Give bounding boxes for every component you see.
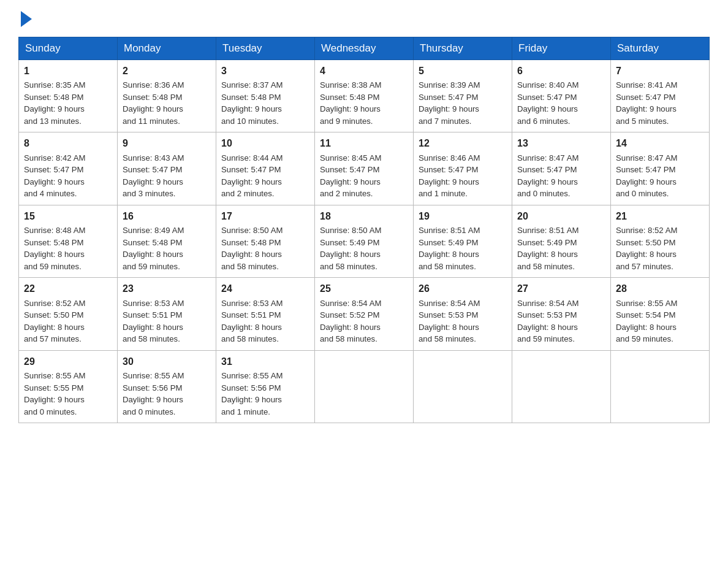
day-info: Sunrise: 8:40 AMSunset: 5:47 PMDaylight:… [517,80,578,126]
day-number: 22 [24,282,112,296]
day-number: 31 [221,354,309,369]
calendar-cell: 17 Sunrise: 8:50 AMSunset: 5:48 PMDaylig… [216,205,315,277]
calendar-cell: 24 Sunrise: 8:53 AMSunset: 5:51 PMDaylig… [216,278,315,350]
day-info: Sunrise: 8:52 AMSunset: 5:50 PMDaylight:… [24,299,85,344]
header [18,12,710,25]
day-info: Sunrise: 8:39 AMSunset: 5:47 PMDaylight:… [419,80,480,126]
day-number: 26 [419,282,507,296]
day-number: 16 [123,209,211,223]
day-number: 3 [221,64,309,78]
calendar-cell: 5 Sunrise: 8:39 AMSunset: 5:47 PMDayligh… [414,60,512,132]
calendar-cell: 8 Sunrise: 8:42 AMSunset: 5:47 PMDayligh… [19,132,118,205]
calendar-cell: 20 Sunrise: 8:51 AMSunset: 5:49 PMDaylig… [512,205,611,277]
day-info: Sunrise: 8:42 AMSunset: 5:47 PMDaylight:… [24,153,85,199]
day-number: 29 [24,354,112,369]
calendar-cell: 28 Sunrise: 8:55 AMSunset: 5:54 PMDaylig… [611,278,710,350]
day-info: Sunrise: 8:47 AMSunset: 5:47 PMDaylight:… [517,153,578,199]
day-info: Sunrise: 8:55 AMSunset: 5:55 PMDaylight:… [24,371,85,416]
day-number: 25 [320,282,408,296]
calendar-cell: 26 Sunrise: 8:54 AMSunset: 5:53 PMDaylig… [414,278,512,350]
day-number: 6 [517,64,605,78]
day-number: 20 [517,209,605,223]
day-number: 1 [24,64,112,78]
calendar-week-4: 22 Sunrise: 8:52 AMSunset: 5:50 PMDaylig… [19,278,710,350]
weekday-header-thursday: Thursday [414,37,512,60]
calendar-cell: 19 Sunrise: 8:51 AMSunset: 5:49 PMDaylig… [414,205,512,277]
day-number: 12 [419,136,507,150]
calendar-cell [611,350,710,423]
day-info: Sunrise: 8:41 AMSunset: 5:47 PMDaylight:… [616,80,677,126]
calendar-cell: 31 Sunrise: 8:55 AMSunset: 5:56 PMDaylig… [216,350,315,423]
calendar-cell: 6 Sunrise: 8:40 AMSunset: 5:47 PMDayligh… [512,60,611,132]
weekday-header-monday: Monday [118,37,216,60]
day-number: 5 [419,64,507,78]
day-info: Sunrise: 8:46 AMSunset: 5:47 PMDaylight:… [419,153,480,199]
weekday-header-wednesday: Wednesday [315,37,414,60]
day-info: Sunrise: 8:54 AMSunset: 5:53 PMDaylight:… [517,299,578,344]
calendar-cell: 21 Sunrise: 8:52 AMSunset: 5:50 PMDaylig… [611,205,710,277]
calendar-cell: 27 Sunrise: 8:54 AMSunset: 5:53 PMDaylig… [512,278,611,350]
day-info: Sunrise: 8:47 AMSunset: 5:47 PMDaylight:… [616,153,677,199]
day-number: 2 [123,64,211,78]
day-info: Sunrise: 8:50 AMSunset: 5:49 PMDaylight:… [320,226,381,271]
day-number: 11 [320,136,408,150]
calendar-cell: 2 Sunrise: 8:36 AMSunset: 5:48 PMDayligh… [118,60,216,132]
calendar-cell: 16 Sunrise: 8:49 AMSunset: 5:48 PMDaylig… [118,205,216,277]
day-info: Sunrise: 8:55 AMSunset: 5:56 PMDaylight:… [123,371,184,416]
calendar-cell [512,350,611,423]
day-info: Sunrise: 8:51 AMSunset: 5:49 PMDaylight:… [517,226,578,271]
weekday-header-row: SundayMondayTuesdayWednesdayThursdayFrid… [19,37,710,60]
calendar-cell: 10 Sunrise: 8:44 AMSunset: 5:47 PMDaylig… [216,132,315,205]
calendar-cell: 11 Sunrise: 8:45 AMSunset: 5:47 PMDaylig… [315,132,414,205]
day-number: 10 [221,136,309,150]
calendar-cell: 4 Sunrise: 8:38 AMSunset: 5:48 PMDayligh… [315,60,414,132]
logo-chevron-icon [21,11,32,27]
calendar-cell: 12 Sunrise: 8:46 AMSunset: 5:47 PMDaylig… [414,132,512,205]
calendar-week-1: 1 Sunrise: 8:35 AMSunset: 5:48 PMDayligh… [19,60,710,132]
day-info: Sunrise: 8:55 AMSunset: 5:54 PMDaylight:… [616,299,677,344]
day-number: 15 [24,209,112,223]
day-number: 7 [616,64,704,78]
day-info: Sunrise: 8:44 AMSunset: 5:47 PMDaylight:… [221,153,282,199]
calendar-cell: 9 Sunrise: 8:43 AMSunset: 5:47 PMDayligh… [118,132,216,205]
day-info: Sunrise: 8:51 AMSunset: 5:49 PMDaylight:… [419,226,480,271]
calendar-cell: 3 Sunrise: 8:37 AMSunset: 5:48 PMDayligh… [216,60,315,132]
day-number: 19 [419,209,507,223]
day-number: 28 [616,282,704,296]
day-info: Sunrise: 8:35 AMSunset: 5:48 PMDaylight:… [24,80,85,126]
day-number: 30 [123,354,211,369]
day-info: Sunrise: 8:53 AMSunset: 5:51 PMDaylight:… [221,299,282,344]
day-number: 4 [320,64,408,78]
day-number: 9 [123,136,211,150]
logo [18,12,32,25]
day-number: 8 [24,136,112,150]
calendar-cell: 7 Sunrise: 8:41 AMSunset: 5:47 PMDayligh… [611,60,710,132]
day-number: 17 [221,209,309,223]
weekday-header-tuesday: Tuesday [216,37,315,60]
day-number: 18 [320,209,408,223]
day-info: Sunrise: 8:52 AMSunset: 5:50 PMDaylight:… [616,226,677,271]
day-info: Sunrise: 8:36 AMSunset: 5:48 PMDaylight:… [123,80,184,126]
day-info: Sunrise: 8:50 AMSunset: 5:48 PMDaylight:… [221,226,282,271]
day-info: Sunrise: 8:54 AMSunset: 5:53 PMDaylight:… [419,299,480,344]
day-number: 23 [123,282,211,296]
day-number: 13 [517,136,605,150]
day-info: Sunrise: 8:48 AMSunset: 5:48 PMDaylight:… [24,226,85,271]
calendar-cell: 14 Sunrise: 8:47 AMSunset: 5:47 PMDaylig… [611,132,710,205]
day-info: Sunrise: 8:55 AMSunset: 5:56 PMDaylight:… [221,371,282,416]
day-info: Sunrise: 8:38 AMSunset: 5:48 PMDaylight:… [320,80,381,126]
calendar-cell: 1 Sunrise: 8:35 AMSunset: 5:48 PMDayligh… [19,60,118,132]
day-info: Sunrise: 8:53 AMSunset: 5:51 PMDaylight:… [123,299,184,344]
day-info: Sunrise: 8:37 AMSunset: 5:48 PMDaylight:… [221,80,282,126]
calendar-cell: 18 Sunrise: 8:50 AMSunset: 5:49 PMDaylig… [315,205,414,277]
calendar-cell: 23 Sunrise: 8:53 AMSunset: 5:51 PMDaylig… [118,278,216,350]
day-info: Sunrise: 8:49 AMSunset: 5:48 PMDaylight:… [123,226,184,271]
calendar-week-2: 8 Sunrise: 8:42 AMSunset: 5:47 PMDayligh… [19,132,710,205]
calendar-cell: 13 Sunrise: 8:47 AMSunset: 5:47 PMDaylig… [512,132,611,205]
calendar-table: SundayMondayTuesdayWednesdayThursdayFrid… [18,37,710,423]
day-number: 24 [221,282,309,296]
calendar-cell: 15 Sunrise: 8:48 AMSunset: 5:48 PMDaylig… [19,205,118,277]
calendar-cell: 25 Sunrise: 8:54 AMSunset: 5:52 PMDaylig… [315,278,414,350]
calendar-week-5: 29 Sunrise: 8:55 AMSunset: 5:55 PMDaylig… [19,350,710,423]
day-info: Sunrise: 8:45 AMSunset: 5:47 PMDaylight:… [320,153,381,199]
